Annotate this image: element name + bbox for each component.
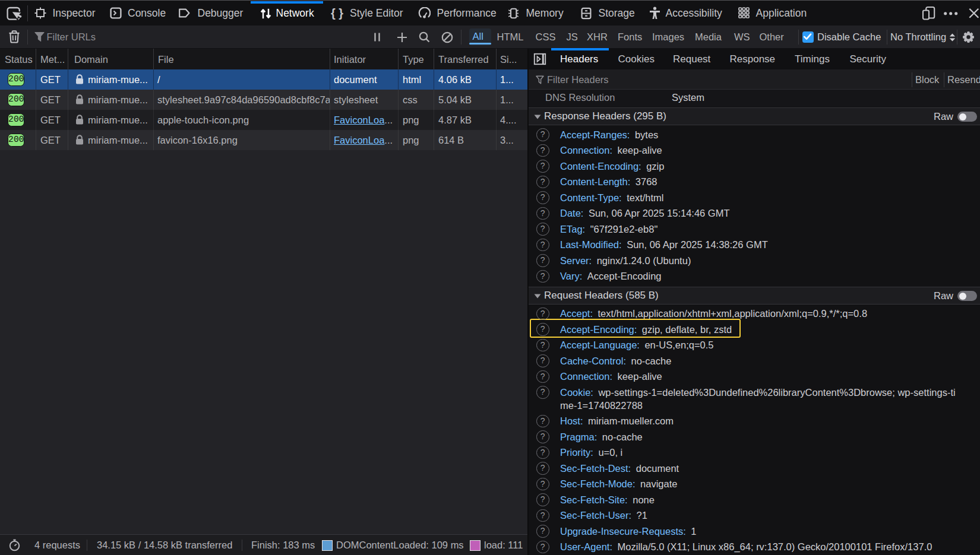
svg-text:{ }: { }	[331, 7, 343, 20]
